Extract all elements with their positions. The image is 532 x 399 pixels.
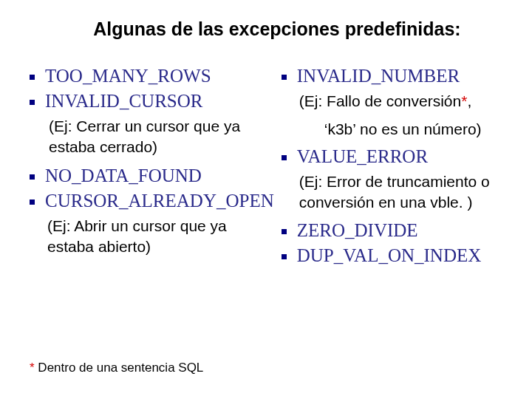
footnote: * Dentro de una sentencia SQL: [30, 361, 203, 375]
bullet-icon: [282, 229, 287, 234]
bullet-icon: [282, 75, 287, 80]
content-columns: TOO_MANY_ROWS INVALID_CURSOR (Ej: Cerrar…: [30, 66, 502, 270]
example-text: (Ej: Error de truncamiento o conversión …: [299, 171, 502, 214]
bullet-icon: [30, 200, 35, 205]
bullet-icon: [30, 174, 35, 180]
list-item: INVALID_NUMBER: [282, 66, 502, 86]
bullet-icon: [282, 155, 287, 160]
example-text: (Ej: Abrir un cursor que ya estaba abier…: [47, 216, 274, 258]
example-text-part: (Ej: Fallo de conversión: [299, 92, 461, 109]
list-item: TOO_MANY_ROWS: [30, 66, 274, 86]
exception-name: NO_DATA_FOUND: [45, 166, 202, 186]
exception-name: INVALID_CURSOR: [45, 91, 202, 112]
list-item: CURSOR_ALREADY_OPEN: [30, 191, 274, 211]
list-item: NO_DATA_FOUND: [30, 166, 274, 186]
list-item: ZERO_DIVIDE: [282, 220, 502, 241]
right-column: INVALID_NUMBER (Ej: Fallo de conversión*…: [282, 66, 502, 270]
left-column: TOO_MANY_ROWS INVALID_CURSOR (Ej: Cerrar…: [30, 66, 274, 270]
list-item: INVALID_CURSOR: [30, 91, 274, 112]
footnote-text: Dentro de una sentencia SQL: [35, 361, 204, 375]
bullet-icon: [30, 100, 35, 105]
list-item: DUP_VAL_ON_INDEX: [282, 245, 502, 266]
exception-name: VALUE_ERROR: [297, 146, 428, 167]
exception-name: ZERO_DIVIDE: [297, 220, 418, 241]
exception-name: DUP_VAL_ON_INDEX: [297, 245, 482, 266]
example-text: ‘k3b’ no es un número): [324, 119, 502, 140]
bullet-icon: [30, 75, 35, 80]
asterisk: *: [30, 361, 35, 375]
example-text: (Ej: Fallo de conversión*,: [299, 91, 502, 112]
exception-name: INVALID_NUMBER: [297, 66, 460, 86]
example-text: (Ej: Cerrar un cursor que ya estaba cerr…: [49, 116, 274, 158]
exception-name: TOO_MANY_ROWS: [45, 66, 211, 86]
exception-name: CURSOR_ALREADY_OPEN: [45, 191, 274, 211]
slide-title: Algunas de las excepciones predefinidas:: [30, 18, 502, 40]
list-item: VALUE_ERROR: [282, 146, 502, 167]
example-text-part: ,: [467, 92, 471, 109]
bullet-icon: [282, 254, 287, 259]
